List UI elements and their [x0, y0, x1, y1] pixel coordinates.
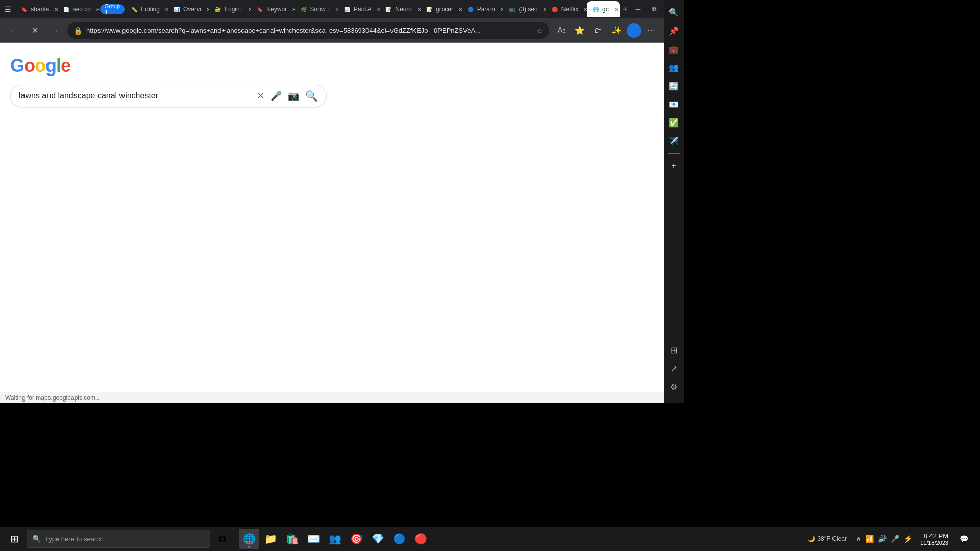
favorites-button[interactable]: ⭐: [572, 22, 588, 39]
star-icon[interactable]: ☆: [536, 27, 543, 35]
tab-snow-close[interactable]: ✕: [334, 5, 338, 13]
start-button[interactable]: ⊞: [4, 529, 24, 549]
editing-favicon: ✏️: [131, 6, 138, 13]
tab-gc-close[interactable]: ✕: [612, 5, 620, 13]
copilot-button[interactable]: ✨: [608, 22, 625, 39]
tab-gc[interactable]: 🌐 gc ✕: [587, 1, 620, 17]
sidebar-outlook-icon[interactable]: 📧: [666, 96, 682, 112]
tab-netflix[interactable]: 🔴 Netflix ✕: [546, 1, 587, 17]
tab-neuro[interactable]: 📝 Neuro ✕: [380, 1, 421, 17]
back-button[interactable]: ←: [6, 22, 22, 39]
tab-grocer-close[interactable]: ✕: [456, 5, 462, 13]
clear-search-button[interactable]: ✕: [257, 90, 264, 102]
tab-overview[interactable]: 📊 Overvi ✕: [168, 1, 209, 17]
sidebar-settings-icon[interactable]: ⚙: [666, 379, 682, 395]
tab-3seo[interactable]: 📺 (3) seo ✕: [503, 1, 546, 17]
taskbar-app7[interactable]: 🎯: [346, 529, 366, 549]
tab-param-close[interactable]: ✕: [498, 5, 503, 13]
3seo-favicon: 📺: [508, 6, 516, 13]
search-query-text: lawns and landscape canal winchester: [19, 91, 252, 101]
tab-grocer[interactable]: 📝 grocer ✕: [421, 1, 462, 17]
tab-group4-label[interactable]: Group 4: [100, 4, 125, 14]
taskbar-file-explorer[interactable]: 📁: [260, 529, 281, 549]
sidebar-pin-icon[interactable]: 📌: [666, 22, 682, 39]
tab-neuro-close[interactable]: ✕: [415, 5, 421, 13]
tab-param[interactable]: 🔵 Param ✕: [462, 1, 504, 17]
tab-keyword-close[interactable]: ✕: [290, 5, 295, 13]
tab-seo[interactable]: 📄 seo co ✕: [58, 1, 100, 17]
taskbar-app10[interactable]: 🔴: [410, 529, 431, 549]
tab-keyword[interactable]: 🔖 Keywor ✕: [251, 1, 295, 17]
tab-netflix-label: Netflix: [561, 6, 578, 13]
sidebar-add-icon[interactable]: +: [666, 158, 682, 174]
show-hidden-icons[interactable]: ∧: [855, 534, 862, 544]
sidebar-send-icon[interactable]: ✈️: [666, 133, 682, 149]
tab-shanta[interactable]: 🔖 shanta ✕: [15, 1, 57, 17]
search-bar[interactable]: lawns and landscape canal winchester ✕ 🎤…: [10, 85, 327, 107]
taskbar-app8[interactable]: 💎: [368, 529, 388, 549]
taskbar-edge[interactable]: 🌐: [239, 529, 259, 549]
tab-netflix-close[interactable]: ✕: [581, 5, 587, 13]
gc-favicon: 🌐: [592, 6, 599, 13]
tab-bar: ☰ 🔖 shanta ✕ 📄 seo co ✕ Group 4 ✏️ Editi…: [0, 0, 684, 18]
notification-icon: 💬: [960, 535, 968, 543]
app8-icon: 💎: [372, 533, 384, 545]
minimize-button[interactable]: ─: [631, 2, 645, 16]
clock-date: 11/18/2023: [920, 540, 948, 546]
new-tab-button[interactable]: +: [620, 2, 631, 16]
taskbar-search-icon: 🔍: [32, 535, 41, 543]
tab-3seo-label: (3) seo: [519, 6, 537, 13]
toolbar-icons: Aː ⭐ 🗂 ✨ 👤 ⋯ 🔵: [553, 22, 678, 39]
sidebar-people-icon[interactable]: 👥: [666, 59, 682, 76]
tab-keyword-label: Keywor: [266, 6, 287, 13]
seo-favicon: 📄: [63, 6, 70, 13]
stop-loading-button[interactable]: ✕: [27, 22, 43, 39]
microphone-icon[interactable]: 🎤: [890, 534, 900, 544]
sidebar-share-icon[interactable]: ↗: [666, 360, 682, 377]
url-text: https://www.google.com/search?q=lawns+an…: [86, 27, 532, 34]
forward-button[interactable]: →: [47, 22, 63, 39]
sidebar-tasks-icon[interactable]: ✅: [666, 114, 682, 131]
tab-shanta-label: shanta: [31, 6, 49, 13]
collections-button[interactable]: 🗂: [590, 22, 606, 39]
browser-menu-button[interactable]: ☰: [2, 2, 13, 16]
store-icon: 🛍️: [286, 533, 299, 545]
tab-editing[interactable]: ✏️ Editing ✕: [126, 1, 168, 17]
taskbar-teams[interactable]: 👥: [325, 529, 345, 549]
speaker-icon[interactable]: 🔊: [877, 534, 888, 544]
notification-button[interactable]: 💬: [955, 531, 972, 547]
tab-snow[interactable]: 🌿 Snow L ✕: [295, 1, 339, 17]
taskbar-mail[interactable]: ✉️: [303, 529, 324, 549]
more-button[interactable]: ⋯: [643, 22, 659, 39]
reading-mode-button[interactable]: Aː: [553, 22, 570, 39]
tab-seo-close[interactable]: ✕: [94, 5, 99, 13]
search-icons: ✕ 🎤 📷 🔍: [257, 90, 318, 102]
sidebar-briefcase-icon[interactable]: 💼: [666, 41, 682, 57]
sidebar-refresh-icon[interactable]: 🔄: [666, 78, 682, 94]
tab-overview-close[interactable]: ✕: [204, 5, 210, 13]
tab-paida-close[interactable]: ✕: [375, 5, 380, 13]
task-view-button[interactable]: ⧉: [212, 529, 233, 549]
network-icon[interactable]: 📶: [864, 534, 875, 544]
tab-editing-close[interactable]: ✕: [163, 5, 168, 13]
taskbar-app9[interactable]: 🔵: [389, 529, 409, 549]
voice-search-button[interactable]: 🎤: [271, 90, 282, 102]
tab-login-close[interactable]: ✕: [246, 5, 251, 13]
taskbar-store[interactable]: 🛍️: [282, 529, 302, 549]
tab-login[interactable]: 🔐 Login i ✕: [209, 1, 251, 17]
address-bar[interactable]: 🔒 https://www.google.com/search?q=lawns+…: [67, 22, 549, 39]
sidebar-search-icon[interactable]: 🔍: [666, 4, 682, 20]
tab-shanta-close[interactable]: ✕: [52, 5, 57, 13]
sidebar-split-icon[interactable]: ⊞: [666, 342, 682, 358]
profile-button[interactable]: 👤: [627, 23, 641, 38]
maximize-button[interactable]: ⧉: [647, 2, 662, 16]
edge-sidebar: 🔍 📌 💼 👥 🔄 📧 ✅ ✈️ + ⊞ ↗ ⚙: [664, 0, 684, 403]
weather-widget[interactable]: 🌙 38°F Clear: [803, 534, 851, 543]
image-search-button[interactable]: 📷: [288, 90, 299, 102]
search-submit-button[interactable]: 🔍: [305, 90, 318, 102]
taskbar-search-bar[interactable]: 🔍 Type here to search: [27, 530, 210, 548]
clock[interactable]: 8:42 PM 11/18/2023: [917, 531, 951, 547]
battery-icon[interactable]: ⚡: [902, 534, 913, 544]
tab-3seo-close[interactable]: ✕: [541, 5, 546, 13]
tab-paida[interactable]: 📈 Paid A ✕: [338, 1, 380, 17]
